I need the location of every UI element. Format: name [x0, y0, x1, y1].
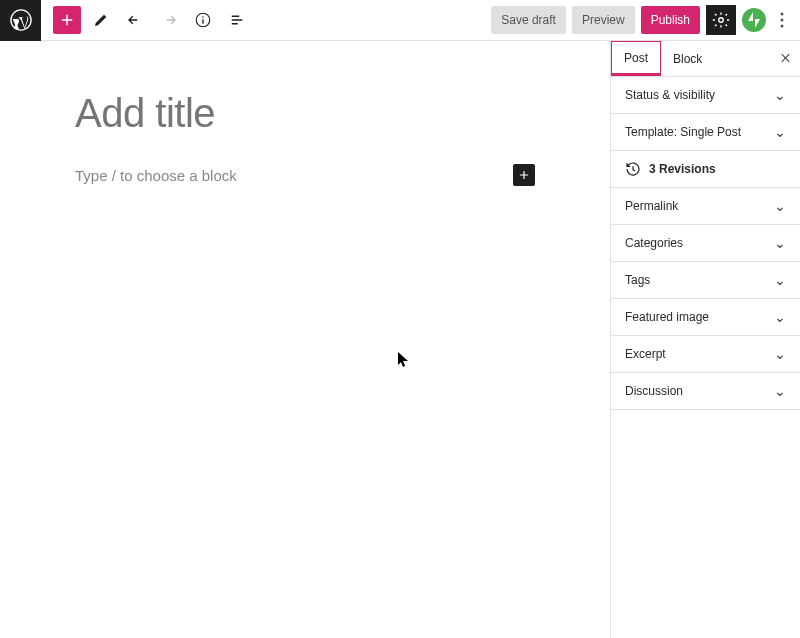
- undo-icon: [126, 11, 144, 29]
- toolbar-left: [0, 0, 251, 40]
- list-icon: [228, 11, 246, 29]
- chevron-down-icon: ⌄: [774, 198, 786, 214]
- panel-label: Categories: [625, 236, 683, 250]
- chevron-down-icon: ⌄: [774, 272, 786, 288]
- chevron-down-icon: ⌄: [774, 87, 786, 103]
- svg-point-6: [781, 25, 784, 28]
- svg-point-4: [781, 13, 784, 16]
- more-options-button[interactable]: [772, 12, 792, 28]
- tab-block[interactable]: Block: [661, 41, 714, 76]
- preview-button[interactable]: Preview: [572, 6, 635, 34]
- panel-featured-image[interactable]: Featured image ⌄: [611, 299, 800, 336]
- svg-point-3: [719, 18, 724, 23]
- block-placeholder-text: Type / to choose a block: [75, 167, 237, 184]
- pencil-icon: [92, 11, 110, 29]
- kebab-icon: [780, 12, 784, 28]
- chevron-down-icon: ⌄: [774, 124, 786, 140]
- editor-toolbar: Save draft Preview Publish: [0, 0, 800, 41]
- panel-label: Permalink: [625, 199, 678, 213]
- main-area: Type / to choose a block Post Block Stat…: [0, 41, 800, 638]
- panel-categories[interactable]: Categories ⌄: [611, 225, 800, 262]
- panel-label: Discussion: [625, 384, 683, 398]
- plus-icon: [517, 168, 531, 182]
- tab-post[interactable]: Post: [611, 41, 661, 76]
- default-block[interactable]: Type / to choose a block: [75, 164, 535, 186]
- save-draft-button[interactable]: Save draft: [491, 6, 566, 34]
- chevron-down-icon: ⌄: [774, 346, 786, 362]
- chevron-down-icon: ⌄: [774, 235, 786, 251]
- panel-revisions[interactable]: 3 Revisions: [611, 151, 800, 188]
- wordpress-icon: [10, 9, 32, 31]
- outline-button[interactable]: [223, 6, 251, 34]
- history-icon: [625, 161, 641, 177]
- info-button[interactable]: [189, 6, 217, 34]
- close-icon: [779, 51, 792, 64]
- svg-point-2: [202, 16, 204, 18]
- edit-tool-button[interactable]: [87, 6, 115, 34]
- revisions-label: 3 Revisions: [649, 162, 716, 176]
- chevron-down-icon: ⌄: [774, 309, 786, 325]
- info-icon: [194, 11, 212, 29]
- redo-button[interactable]: [155, 6, 183, 34]
- publish-button[interactable]: Publish: [641, 6, 700, 34]
- panel-template[interactable]: Template: Single Post ⌄: [611, 114, 800, 151]
- panel-status-visibility[interactable]: Status & visibility ⌄: [611, 77, 800, 114]
- gear-icon: [712, 11, 730, 29]
- redo-icon: [160, 11, 178, 29]
- panel-discussion[interactable]: Discussion ⌄: [611, 373, 800, 410]
- panel-label: Excerpt: [625, 347, 666, 361]
- panel-label: Status & visibility: [625, 88, 715, 102]
- plus-icon: [58, 11, 76, 29]
- jetpack-button[interactable]: [742, 8, 766, 32]
- toolbar-right: Save draft Preview Publish: [491, 5, 792, 35]
- post-title-input[interactable]: [75, 91, 535, 136]
- panel-excerpt[interactable]: Excerpt ⌄: [611, 336, 800, 373]
- settings-button[interactable]: [706, 5, 736, 35]
- panel-tags[interactable]: Tags ⌄: [611, 262, 800, 299]
- chevron-down-icon: ⌄: [774, 383, 786, 399]
- undo-button[interactable]: [121, 6, 149, 34]
- jetpack-icon: [748, 12, 760, 28]
- sidebar-tabs: Post Block: [611, 41, 800, 77]
- panel-label: Tags: [625, 273, 650, 287]
- panel-label: Template: Single Post: [625, 125, 741, 139]
- inline-add-block-button[interactable]: [513, 164, 535, 186]
- panel-label: Featured image: [625, 310, 709, 324]
- close-sidebar-button[interactable]: [779, 50, 792, 67]
- panel-permalink[interactable]: Permalink ⌄: [611, 188, 800, 225]
- settings-sidebar: Post Block Status & visibility ⌄ Templat…: [610, 41, 800, 638]
- svg-point-5: [781, 19, 784, 22]
- editor-canvas: Type / to choose a block: [0, 41, 610, 638]
- wordpress-logo[interactable]: [0, 0, 41, 41]
- add-block-button[interactable]: [53, 6, 81, 34]
